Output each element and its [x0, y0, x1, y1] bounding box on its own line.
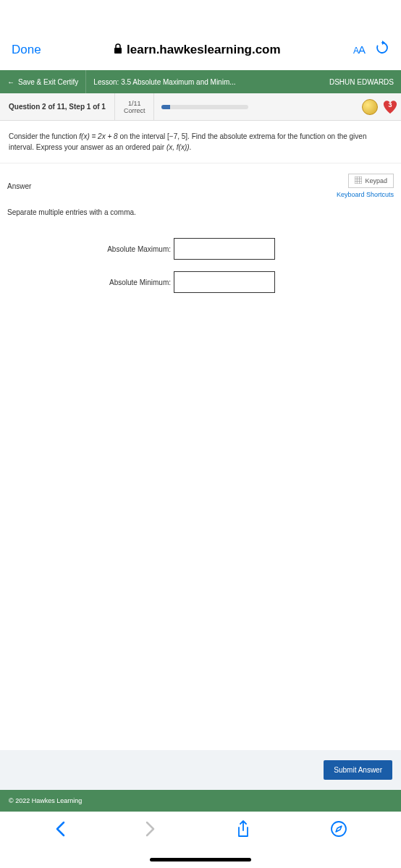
- save-exit-label: Save & Exit Certify: [18, 78, 78, 86]
- lock-icon: [114, 43, 122, 57]
- keypad-button[interactable]: Keypad: [348, 174, 394, 188]
- status-time: 5:57: [14, 10, 36, 22]
- submit-button[interactable]: Submit Answer: [324, 760, 392, 780]
- user-name[interactable]: DSHUN EDWARDS: [322, 78, 401, 86]
- separate-note: Separate multiple entries with a comma.: [0, 201, 401, 231]
- safari-button[interactable]: [331, 821, 347, 841]
- back-button[interactable]: [55, 821, 65, 841]
- reload-button[interactable]: [375, 41, 389, 59]
- browser-header: Done learn.hawkeslearning.com AA: [0, 32, 401, 70]
- share-button[interactable]: [236, 820, 250, 842]
- url-text: learn.hawkeslearning.com: [127, 43, 281, 57]
- lesson-title: Lesson: 3.5 Absolute Maximum and Minim..…: [86, 78, 322, 86]
- absolute-min-label: Absolute Minimum:: [0, 278, 174, 286]
- text-size-button[interactable]: AA: [353, 43, 365, 56]
- keypad-icon: [355, 176, 362, 185]
- svg-rect-2: [340, 13, 342, 20]
- svg-rect-1: [337, 15, 339, 20]
- progress-area: [154, 105, 362, 109]
- question-bar: Question 2 of 11, Step 1 of 1 1/11 Corre…: [0, 93, 401, 121]
- svg-rect-5: [371, 13, 379, 19]
- footer-copyright: © 2022 Hawkes Learning: [0, 790, 401, 812]
- back-arrow-icon: ←: [7, 78, 14, 86]
- absolute-max-input[interactable]: [174, 238, 275, 260]
- question-text: Consider the function f(x) = 2x + 8 on t…: [0, 121, 401, 163]
- save-exit-button[interactable]: ← Save & Exit Certify: [0, 70, 86, 93]
- forward-button[interactable]: [145, 821, 156, 841]
- browser-toolbar: [0, 812, 401, 851]
- network-label: LTE: [350, 11, 366, 21]
- status-right: LTE: [333, 10, 387, 22]
- correct-count: 1/11: [128, 100, 141, 107]
- absolute-max-label: Absolute Maximum:: [0, 245, 174, 253]
- url-bar[interactable]: learn.hawkeslearning.com: [51, 43, 343, 57]
- heart-icon[interactable]: 3: [382, 100, 398, 114]
- answer-label: Answer: [7, 182, 31, 190]
- absolute-max-row: Absolute Maximum:: [0, 238, 401, 260]
- svg-rect-7: [114, 48, 122, 54]
- svg-rect-8: [355, 176, 362, 184]
- done-button[interactable]: Done: [12, 43, 41, 57]
- question-label: Question 2 of 11, Step 1 of 1: [0, 103, 114, 111]
- svg-point-13: [332, 822, 346, 836]
- status-bar: 5:57 LTE: [0, 0, 401, 32]
- answer-header: Answer Keypad Keyboard Shortcuts: [0, 163, 401, 201]
- absolute-min-input[interactable]: [174, 271, 275, 293]
- coin-icon[interactable]: [362, 99, 378, 115]
- signal-icon: [333, 10, 346, 22]
- svg-rect-0: [333, 17, 335, 20]
- lesson-top-bar: ← Save & Exit Certify Lesson: 3.5 Absolu…: [0, 70, 401, 93]
- submit-bar: Submit Answer: [0, 750, 401, 790]
- progress-bar: [161, 105, 248, 109]
- absolute-min-row: Absolute Minimum:: [0, 271, 401, 293]
- home-indicator[interactable]: [0, 851, 401, 868]
- heart-count: 3: [382, 101, 398, 109]
- keyboard-shortcuts-link[interactable]: Keyboard Shortcuts: [337, 191, 394, 198]
- correct-counter: 1/11 Correct: [114, 93, 155, 120]
- svg-rect-3: [344, 12, 346, 20]
- input-rows: Absolute Maximum: Absolute Minimum:: [0, 231, 401, 315]
- correct-label: Correct: [124, 107, 145, 114]
- battery-icon: [369, 10, 387, 22]
- svg-rect-6: [385, 14, 387, 17]
- keypad-label: Keypad: [365, 177, 387, 184]
